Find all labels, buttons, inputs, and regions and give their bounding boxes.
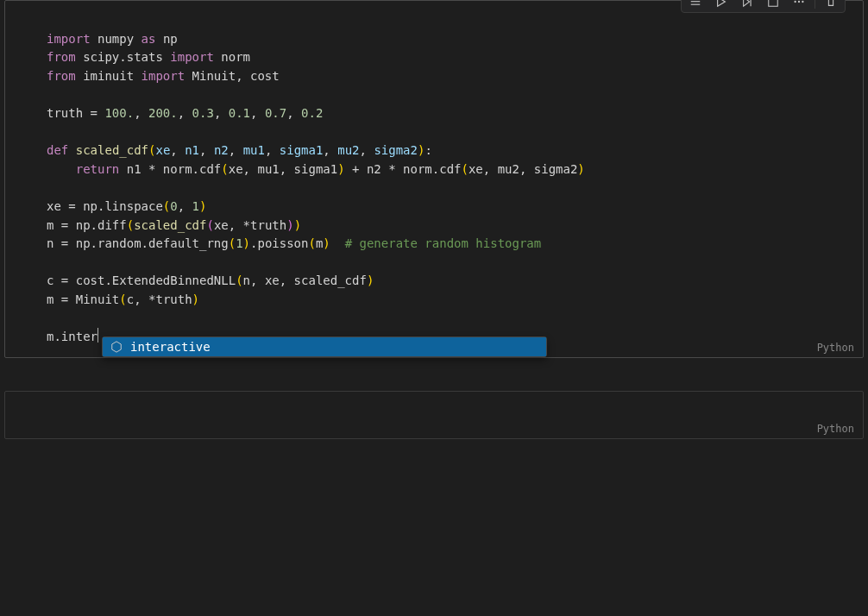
comment: # generate random histogram [345, 236, 542, 250]
code-text: , [134, 106, 148, 120]
method-icon [110, 340, 123, 354]
paren: ( [221, 162, 228, 176]
param: mu1 [243, 143, 265, 157]
paren: ( [461, 162, 468, 176]
number: 1 [236, 236, 242, 250]
autocomplete-item[interactable]: interactive [103, 337, 546, 356]
code-text: , [323, 143, 337, 157]
code-text: , [178, 199, 192, 213]
code-editor-empty[interactable] [5, 392, 863, 438]
paren: ( [236, 273, 242, 287]
code-text: + n2 * norm.cdf [345, 162, 462, 176]
number: 0.3 [192, 106, 214, 120]
keyword: return [76, 162, 120, 176]
code-text: scipy.stats [76, 50, 171, 64]
code-text: , [229, 143, 243, 157]
code-text: xe = np.linspace [47, 199, 163, 213]
code-text: n = np.random.default_rng [47, 236, 229, 250]
number: 0.2 [301, 106, 323, 120]
code-text: n, xe, scaled_cdf [243, 273, 367, 287]
language-indicator[interactable]: Python [817, 342, 854, 354]
code-text: truth = [47, 106, 104, 120]
function-name: scaled_cdf [76, 143, 148, 157]
code-text: n1 * norm.cdf [119, 162, 221, 176]
number: 0 [170, 199, 177, 213]
code-text: xe, *truth [214, 218, 286, 232]
code-text: np [155, 32, 177, 46]
language-indicator[interactable]: Python [817, 423, 854, 435]
code-text: .poisson [250, 236, 308, 250]
keyword: import [170, 50, 214, 64]
paren: ( [119, 292, 126, 306]
keyword: from [47, 50, 76, 64]
code-text [68, 143, 75, 157]
code-text: , [178, 106, 192, 120]
code-text [330, 236, 345, 250]
code-text: , [199, 143, 214, 157]
paren: ) [367, 273, 374, 287]
code-text: c, *truth [127, 292, 192, 306]
paren: ) [286, 218, 293, 232]
code-cell-1[interactable]: import numpy as np from scipy.stats impo… [4, 0, 864, 358]
code-text: m = Minuit [47, 292, 119, 306]
paren: ) [294, 218, 301, 232]
code-text: c = cost.ExtendedBinnedNLL [47, 273, 236, 287]
number: 200. [148, 106, 178, 120]
param: sigma2 [374, 143, 418, 157]
paren: ) [192, 292, 199, 306]
keyword: as [142, 32, 156, 46]
code-text: numpy [91, 32, 142, 46]
code-text: Minuit, cost [185, 69, 280, 83]
code-text: iminuit [76, 69, 142, 83]
paren: ) [337, 162, 344, 176]
autocomplete-popup[interactable]: interactive [102, 336, 547, 357]
param: xe [155, 143, 170, 157]
param: sigma1 [280, 143, 324, 157]
keyword: def [47, 143, 68, 157]
paren: ( [127, 218, 134, 232]
paren: ( [229, 236, 236, 250]
code-text: , [250, 106, 265, 120]
paren: ) [323, 236, 330, 250]
paren: ) [199, 199, 206, 213]
code-text: , [214, 106, 229, 120]
param: n1 [185, 143, 199, 157]
keyword: from [47, 69, 76, 83]
code-text: xe, mu1, sigma1 [229, 162, 337, 176]
code-text: : [425, 143, 431, 157]
paren: ) [243, 236, 250, 250]
code-text: norm [214, 50, 250, 64]
code-cell-2[interactable]: Python [4, 391, 864, 439]
function-name: scaled_cdf [134, 218, 206, 232]
paren: ( [308, 236, 315, 250]
number: 100. [104, 106, 134, 120]
paren: ) [577, 162, 584, 176]
code-text: , [170, 143, 185, 157]
code-text: xe, mu2, sigma2 [469, 162, 577, 176]
number: 0.1 [229, 106, 250, 120]
paren: ( [206, 218, 213, 232]
keyword: import [142, 69, 186, 83]
autocomplete-label: interactive [130, 340, 211, 354]
code-text: m = np.diff [47, 218, 127, 232]
code-text: , [360, 143, 374, 157]
text-cursor [97, 328, 98, 343]
code-text: , [265, 143, 280, 157]
number: 0.7 [265, 106, 286, 120]
keyword: import [47, 32, 91, 46]
code-editor[interactable]: import numpy as np from scipy.stats impo… [5, 1, 863, 357]
code-text: m.inter [47, 330, 97, 343]
code-text: , [286, 106, 301, 120]
param: n2 [214, 143, 229, 157]
code-text [47, 162, 76, 176]
number: 1 [192, 199, 199, 213]
param: mu2 [337, 143, 359, 157]
